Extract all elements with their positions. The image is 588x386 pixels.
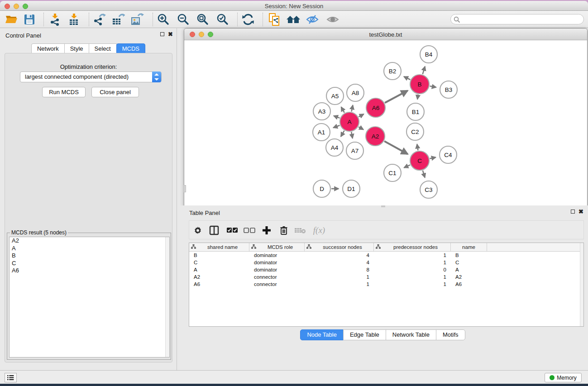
cell-MCDS-role[interactable]: dominator	[249, 266, 305, 273]
result-item[interactable]: A	[10, 245, 169, 253]
cell-shared-name[interactable]: A2	[189, 273, 249, 281]
table-row[interactable]: Cdominator41C	[189, 259, 583, 266]
table-tab-network-table[interactable]: Network Table	[386, 329, 436, 340]
cell-MCDS-role[interactable]: connector	[249, 281, 305, 288]
mcds-result-list[interactable]: A2ABCA6	[9, 237, 170, 357]
cell-successor-nodes[interactable]: 1	[305, 281, 374, 288]
cell-name[interactable]: B	[451, 252, 487, 259]
cell-shared-name[interactable]: C	[189, 259, 249, 266]
cell-predecessor-nodes[interactable]: 0	[374, 266, 451, 273]
column-header-name[interactable]: name	[451, 243, 487, 251]
result-item[interactable]: B	[10, 252, 169, 260]
network-window-titlebar[interactable]: testGlobe.txt	[184, 29, 587, 40]
table-row[interactable]: A6connector11A6	[189, 281, 583, 288]
cell-name[interactable]: A6	[451, 281, 487, 288]
edge-A-A5[interactable]	[341, 107, 344, 113]
task-history-button[interactable]	[5, 373, 17, 382]
function-builder-icon[interactable]: f(x)	[310, 224, 329, 237]
edge-A-A2[interactable]	[359, 127, 363, 129]
table-scrollbar[interactable]	[580, 243, 583, 326]
cell-predecessor-nodes[interactable]: 1	[374, 273, 451, 281]
float-table-panel-icon[interactable]	[571, 210, 575, 214]
export-table-icon[interactable]	[110, 13, 126, 26]
edge-C-C2[interactable]	[417, 144, 418, 151]
close-panel-button[interactable]: Close panel	[91, 87, 139, 97]
cell-successor-nodes[interactable]: 8	[305, 266, 374, 273]
result-scrollbar[interactable]	[165, 237, 169, 357]
edge-A-A1[interactable]	[333, 125, 339, 128]
edge-B-B4[interactable]	[423, 67, 425, 74]
run-mcds-button[interactable]: Run MCDS	[42, 87, 86, 97]
cell-shared-name[interactable]: B	[189, 252, 249, 259]
table-tab-edge-table[interactable]: Edge Table	[343, 329, 386, 340]
float-panel-icon[interactable]	[160, 32, 164, 36]
zoom-fit-icon[interactable]	[195, 13, 210, 26]
edge-A6-B[interactable]	[385, 91, 407, 103]
edge-A2-C[interactable]	[384, 141, 408, 154]
edge-B-B3[interactable]	[430, 86, 436, 87]
edge-A-A7[interactable]	[351, 132, 353, 138]
column-header-shared-name[interactable]: shared name	[189, 243, 249, 251]
network-canvas[interactable]: B4B2BB3A5A8A6B1A3AA1C2A2A4A7C4CC1C3DD1	[184, 40, 587, 230]
cell-shared-name[interactable]: A6	[189, 281, 249, 288]
result-item[interactable]: C	[10, 260, 169, 267]
open-session-icon[interactable]	[4, 13, 19, 26]
show-panels-eye-icon[interactable]	[325, 13, 340, 26]
panel-divider-handle[interactable]	[381, 205, 385, 207]
zoom-selected-icon[interactable]	[215, 13, 230, 26]
cell-predecessor-nodes[interactable]: 1	[374, 252, 451, 259]
result-item[interactable]: A6	[10, 267, 169, 275]
zoom-out-icon[interactable]	[176, 13, 191, 26]
import-network-icon[interactable]	[47, 13, 62, 26]
edge-C-C4[interactable]	[430, 157, 436, 159]
table-row[interactable]: A2connector11A2	[189, 273, 583, 281]
split-panel-icon[interactable]	[207, 224, 221, 237]
cell-name[interactable]: C	[451, 259, 487, 266]
canvas-left-grip[interactable]	[184, 185, 186, 192]
add-column-icon[interactable]	[260, 224, 273, 237]
cell-predecessor-nodes[interactable]: 1	[374, 281, 451, 288]
close-panel-icon[interactable]: ✖	[168, 32, 173, 37]
export-image-icon[interactable]	[129, 13, 145, 26]
network-graph[interactable]: B4B2BB3A5A8A6B1A3AA1C2A2A4A7C4CC1C3DD1	[184, 40, 587, 230]
edge-A-A6[interactable]	[359, 114, 363, 117]
optimization-criterion-select[interactable]: largest connected component (directed)	[20, 71, 162, 82]
edge-B-B2[interactable]	[404, 76, 410, 80]
unselect-all-columns-icon[interactable]	[243, 224, 256, 237]
zoom-in-icon[interactable]	[156, 13, 171, 26]
result-item[interactable]: A2	[10, 237, 169, 245]
edge-A-A3[interactable]	[334, 116, 339, 118]
cell-predecessor-nodes[interactable]: 1	[374, 259, 451, 266]
export-network-icon[interactable]	[91, 13, 107, 26]
column-header-successor-nodes[interactable]: successor nodes	[305, 243, 374, 251]
edge-B-B1[interactable]	[417, 95, 418, 100]
import-table-icon[interactable]	[66, 13, 81, 26]
apply-preferred-layout-icon[interactable]	[240, 13, 256, 26]
table-tab-node-table[interactable]: Node Table	[300, 329, 344, 340]
column-header-MCDS-role[interactable]: MCDS role	[249, 243, 305, 251]
edge-C-C3[interactable]	[423, 171, 425, 177]
cell-successor-nodes[interactable]: 1	[305, 273, 374, 281]
table-tab-motifs[interactable]: Motifs	[436, 329, 465, 340]
cell-shared-name[interactable]: A	[189, 266, 249, 273]
cell-MCDS-role[interactable]: connector	[249, 273, 305, 281]
edge-A-A4[interactable]	[341, 131, 344, 137]
session-details-icon[interactable]	[267, 13, 282, 26]
cell-MCDS-role[interactable]: dominator	[249, 252, 305, 259]
search-input[interactable]	[450, 14, 584, 24]
cell-MCDS-role[interactable]: dominator	[249, 259, 305, 266]
home-view-icon[interactable]	[286, 13, 301, 26]
edge-A-A8[interactable]	[352, 105, 353, 111]
memory-button[interactable]: Memory	[545, 373, 582, 382]
delete-table-icon[interactable]	[293, 224, 307, 237]
cell-name[interactable]: A2	[451, 273, 487, 281]
table-row[interactable]: Adominator80A	[189, 266, 583, 273]
delete-column-trash-icon[interactable]	[277, 224, 291, 237]
cell-successor-nodes[interactable]: 4	[305, 259, 374, 266]
column-header-predecessor-nodes[interactable]: predecessor nodes	[374, 243, 451, 251]
close-table-panel-icon[interactable]: ✖	[578, 209, 583, 214]
save-session-icon[interactable]	[22, 13, 37, 26]
table-row[interactable]: Bdominator41B	[189, 252, 583, 259]
edge-C-C1[interactable]	[404, 165, 410, 167]
settings-gear-icon[interactable]	[191, 224, 205, 237]
